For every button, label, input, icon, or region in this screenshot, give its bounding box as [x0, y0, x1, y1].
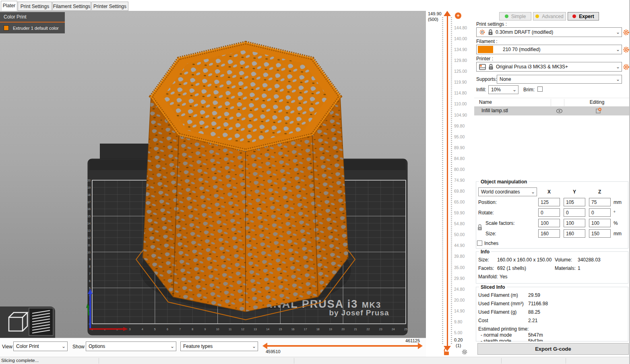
info-volume-value: 340288.03 — [578, 257, 601, 263]
layer-slider-tick-strip-left — [442, 17, 443, 344]
tab-filament-settings[interactable]: Filament Settings — [52, 2, 91, 11]
chevron-down-icon: ⌄ — [529, 189, 537, 195]
tab-print-settings[interactable]: Print Settings — [18, 2, 52, 11]
object-row-infill-lamp[interactable]: Infill lamp.stl — [474, 107, 630, 115]
view-combo[interactable]: Color Print ⌄ — [13, 341, 68, 351]
feature-types-combo[interactable]: Feature types ⌄ — [180, 341, 258, 351]
sliced-stealth-mode-label: - stealth mode — [481, 338, 511, 341]
inches-checkbox[interactable] — [477, 241, 482, 246]
mode-simple-label: Simple — [511, 14, 526, 19]
brim-checkbox[interactable] — [537, 86, 543, 92]
scale-z-input[interactable]: 100 — [589, 219, 611, 227]
layer-tick-label: 14.90 — [454, 308, 473, 313]
slider-unlock-icon[interactable] — [443, 348, 450, 356]
rotate-label: Rotate: — [478, 210, 494, 216]
position-z-input[interactable]: 75 — [589, 198, 611, 206]
size-unit: mm — [613, 231, 622, 236]
layer-slider-upper-handle[interactable] — [444, 11, 451, 16]
export-gcode-button[interactable]: Export G-code — [477, 343, 629, 355]
uniform-scale-lock-icon[interactable] — [477, 224, 483, 231]
position-x-input[interactable]: 125 — [538, 198, 560, 206]
feature-types-value: Feature types — [181, 343, 250, 349]
layer-tick-label: 69.80 — [454, 189, 473, 193]
svg-text:7: 7 — [179, 328, 181, 331]
chevron-down-icon: ⌄ — [250, 343, 258, 349]
sliced-info-title: Sliced Info — [479, 284, 507, 290]
size-y-input[interactable]: 160 — [564, 229, 585, 238]
extruder-color-swatch — [4, 25, 9, 31]
position-y-input[interactable]: 105 — [564, 198, 585, 206]
info-title: Info — [479, 249, 491, 255]
infill-combo[interactable]: 10% ⌄ — [488, 85, 518, 94]
print-settings-gear-button[interactable] — [623, 29, 630, 36]
infill-label: Infill: — [476, 87, 486, 93]
svg-text:15: 15 — [279, 328, 282, 331]
mode-expert-button[interactable]: Expert — [568, 12, 599, 21]
range-low-value: 459510 — [266, 349, 281, 354]
size-z-input[interactable]: 150 — [589, 229, 611, 238]
slider-settings-gear-icon[interactable] — [461, 349, 468, 355]
svg-text:16: 16 — [291, 328, 295, 331]
expert-mode-dot-icon — [572, 14, 576, 18]
range-slider-right-handle[interactable] — [418, 343, 423, 349]
layer-tick-label: 59.90 — [454, 210, 473, 215]
legend-item: Extruder 1 default color — [4, 25, 65, 31]
rotate-z-input[interactable]: 0 — [589, 208, 611, 217]
scale-x-input[interactable]: 100 — [538, 219, 560, 227]
info-facets-label: Facets: — [478, 265, 494, 271]
visibility-eye-icon[interactable] — [556, 108, 563, 114]
lock-icon — [488, 29, 493, 35]
tab-bar: Plater Print Settings Filament Settings … — [0, 0, 630, 11]
mode-advanced-button[interactable]: Advanced — [533, 12, 566, 21]
layer-tick-label: 125.00 — [454, 69, 473, 74]
add-color-change-button[interactable]: + — [455, 12, 461, 19]
layer-slider: 149.90 (500) + 144.80140.00134.90129.801… — [426, 11, 474, 357]
info-size-value: 160.00 x 160.00 x 150.00 — [497, 257, 552, 263]
tab-printer-settings[interactable]: Printer Settings — [91, 2, 128, 11]
svg-text:14: 14 — [266, 328, 269, 331]
show-options-value: Options — [86, 343, 169, 349]
mode-simple-button[interactable]: Simple — [499, 12, 531, 21]
column-name: Name — [479, 99, 492, 105]
layer-tick-label: 54.80 — [454, 221, 473, 226]
coordinates-combo[interactable]: World coordinates ⌄ — [478, 187, 537, 196]
svg-text:6: 6 — [167, 328, 168, 331]
sliced-filament-mm3-label: Used Filament (mm³) — [478, 301, 524, 306]
model-infill-lamp[interactable] — [143, 43, 348, 312]
sliced-stealth-mode-row-clipped: - stealth mode 5h43m — [474, 338, 627, 341]
svg-text:6: 6 — [89, 280, 91, 282]
layer-tick-label: 24.80 — [454, 287, 473, 292]
svg-text:23: 23 — [379, 328, 382, 331]
edit-object-icon[interactable] — [595, 108, 601, 114]
layer-slider-bottom-layer: (1) — [456, 343, 461, 348]
info-facets-value: 692 (1 shells) — [497, 265, 526, 271]
rotate-x-input[interactable]: 0 — [538, 208, 560, 217]
supports-label: Supports: — [476, 76, 497, 82]
svg-text:20: 20 — [87, 179, 91, 182]
sliced-cost-label: Cost — [478, 318, 488, 323]
layer-tick-label: 35.00 — [454, 265, 473, 270]
rotate-y-input[interactable]: 0 — [564, 208, 585, 217]
show-options-combo[interactable]: Options ⌄ — [86, 341, 176, 351]
viewport-3d[interactable]: 0123456789101112131415161718192021222324… — [0, 11, 426, 338]
view-layers-button[interactable] — [29, 308, 53, 335]
printer-label: Printer : — [476, 56, 493, 62]
range-slider-left-handle[interactable] — [262, 343, 267, 349]
supports-combo[interactable]: None ⌄ — [497, 75, 622, 84]
print-settings-combo[interactable]: 0.30mm DRAFT (modified) ⌄ — [476, 27, 622, 37]
model-top-layer-lines — [163, 50, 328, 144]
svg-text:11: 11 — [88, 244, 91, 247]
coordinates-value: World coordinates — [479, 189, 529, 195]
svg-text:24: 24 — [392, 328, 395, 331]
layer-slider-track[interactable] — [447, 16, 448, 346]
tab-plater[interactable]: Plater — [1, 1, 17, 11]
filament-gear-button[interactable] — [623, 46, 630, 53]
size-x-input[interactable]: 160 — [538, 229, 560, 238]
scale-y-input[interactable]: 100 — [564, 219, 585, 227]
printer-gear-button[interactable] — [623, 64, 630, 70]
printer-combo[interactable]: Original Prusa i3 MK3S & MK3S+ ⌄ — [476, 62, 622, 72]
filament-combo[interactable]: 210 70 (modified) ⌄ — [476, 45, 622, 54]
svg-text:7: 7 — [89, 272, 91, 275]
svg-text:5: 5 — [89, 287, 91, 290]
position-label: Position: — [478, 199, 497, 205]
